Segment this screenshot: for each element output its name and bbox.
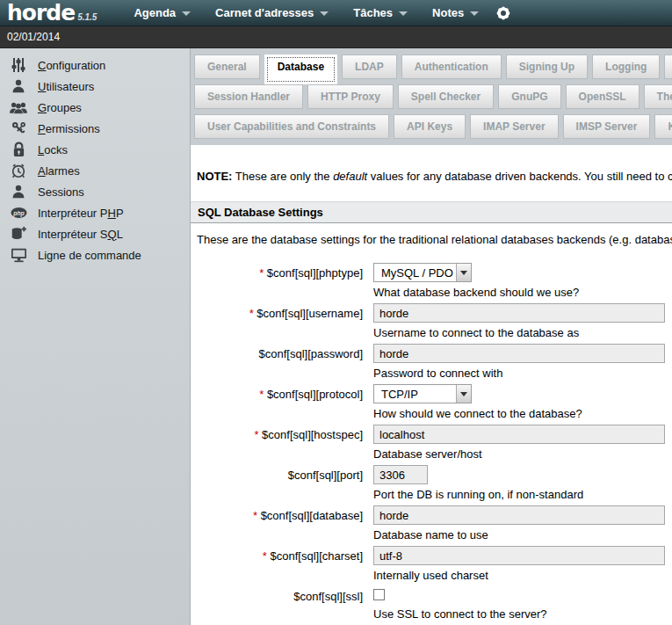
required-asterisk: * [259, 388, 264, 401]
sidebar-item-label: Configuration [38, 59, 105, 72]
field-help: Database name to use [373, 528, 665, 541]
top-menu: AgendaCarnet d'adressesTâchesNotes [134, 6, 479, 19]
tab-openssl[interactable]: OpenSSL [566, 84, 639, 109]
field-help: Database server/host [373, 447, 665, 461]
required-asterisk: * [249, 307, 254, 320]
hostspec-input[interactable] [373, 425, 665, 444]
keys-icon [9, 121, 28, 136]
top-bar: horde 5.1.5 AgendaCarnet d'adressesTâche… [0, 0, 672, 26]
tab-authentication[interactable]: Authentication [401, 55, 502, 79]
top-menu-item-t-ches[interactable]: Tâches [353, 6, 408, 19]
top-menu-item-carnet-d-adresses[interactable]: Carnet d'adresses [215, 6, 329, 19]
tab-ldap[interactable]: LDAP [342, 55, 397, 79]
field-cell: Database server/host [373, 425, 665, 461]
ssl-checkbox[interactable] [373, 589, 385, 600]
database-input[interactable] [373, 505, 665, 525]
charset-input[interactable] [373, 546, 665, 565]
sidebar-item-label: Locks [38, 143, 68, 156]
tab-preferences[interactable]: Preferences [664, 55, 672, 79]
phptype-select[interactable]: MySQL / PDO [373, 263, 472, 282]
sidebar-item-alarmes[interactable]: Alarmes [0, 160, 190, 181]
user-icon [9, 79, 28, 93]
form-row-phptype: * $conf[sql][phptype]MySQL / PDOWhat dat… [191, 263, 672, 299]
svg-text:php: php [12, 210, 25, 217]
field-help: Internally used charset [373, 569, 665, 582]
field-cell: Internally used charset [373, 546, 665, 582]
sidebar-item-label: Permissions [38, 122, 100, 135]
field-cell: Password to connect with [373, 344, 665, 380]
sql-settings-form: * $conf[sql][phptype]MySQL / PDOWhat dat… [191, 263, 672, 625]
top-menu-item-agenda[interactable]: Agenda [134, 6, 191, 19]
sidebar-item-permissions[interactable]: Permissions [0, 118, 190, 139]
field-cell: Port the DB is running on, if non-standa… [373, 465, 583, 501]
chevron-down-icon [470, 11, 479, 16]
sidebar-item-interpr-teur-sql[interactable]: Interpréteur SQL [0, 223, 190, 244]
tab-signing-up[interactable]: Signing Up [506, 55, 588, 79]
gear-icon [495, 4, 512, 22]
field-label: $conf[sql][port] [191, 465, 363, 501]
note-label: NOTE: [197, 170, 232, 183]
lock-icon [9, 142, 28, 157]
logo-text: horde [7, 1, 75, 25]
sidebar-item-groupes[interactable]: Groupes [0, 97, 190, 118]
field-label: $conf[sql][password] [191, 344, 363, 380]
sidebar-item-label: Alarmes [38, 164, 80, 178]
php-icon: php [9, 207, 28, 219]
monitor-icon [9, 248, 28, 263]
port-input[interactable] [373, 465, 428, 484]
protocol-select[interactable]: TCP/IP [373, 384, 472, 403]
tab-imsp-server[interactable]: IMSP Server [563, 114, 651, 139]
tab-user-capabilities-and-constraints[interactable]: User Capabilities and Constraints [194, 114, 389, 139]
field-label: * $conf[sql][protocol] [191, 384, 363, 420]
required-asterisk: * [259, 266, 264, 280]
section-description: These are the database settings for the … [197, 233, 672, 246]
form-row-database: * $conf[sql][database]Database name to u… [191, 505, 672, 541]
dropdown-arrow-button[interactable] [456, 264, 471, 281]
field-help: Use SSL to connect to the server? [373, 607, 547, 621]
tab-spell-checker[interactable]: Spell Checker [398, 84, 494, 109]
section-title: SQL Database Settings [198, 206, 323, 219]
date-bar[interactable]: 02/01/2014 [0, 26, 672, 48]
tab-gnupg[interactable]: GnuPG [498, 84, 560, 109]
tab-row: Session HandlerHTTP ProxySpell CheckerGn… [194, 84, 672, 109]
form-row-port: $conf[sql][port]Port the DB is running o… [191, 465, 672, 501]
top-menu-item-notes[interactable]: Notes [432, 6, 479, 19]
alarm-icon [9, 163, 28, 178]
menu-label: Carnet d'adresses [215, 6, 314, 19]
users-icon [9, 101, 28, 114]
horde-logo[interactable]: horde 5.1.5 [7, 1, 97, 25]
chevron-down-icon [460, 392, 467, 396]
sidebar-item-utilisateurs[interactable]: Utilisateurs [0, 76, 190, 97]
field-help: How should we connect to the database? [373, 407, 582, 420]
section-header: SQL Database Settings [191, 201, 672, 223]
tab-imap-server[interactable]: IMAP Server [470, 114, 558, 139]
sidebar-item-configuration[interactable]: Configuration [0, 55, 190, 76]
field-label: * $conf[sql][database] [191, 505, 363, 541]
username-input[interactable] [373, 303, 665, 323]
admin-sidebar: ConfigurationUtilisateursGroupesPermissi… [0, 48, 191, 625]
menu-label: Agenda [134, 6, 176, 19]
tab-logging[interactable]: Logging [592, 55, 660, 79]
tab-session-handler[interactable]: Session Handler [194, 84, 303, 109]
settings-gear-button[interactable] [495, 4, 512, 22]
tab-api-keys[interactable]: API Keys [394, 114, 466, 139]
selected-value: MySQL / PDO [374, 266, 456, 280]
dropdown-arrow-button[interactable] [456, 385, 471, 403]
tab-row: GeneralDatabaseLDAPAuthenticationSigning… [194, 55, 672, 79]
menu-label: Notes [432, 6, 464, 19]
tab-kolab-server[interactable]: Kolab Server [654, 114, 672, 139]
tab-themes[interactable]: Themes [644, 84, 672, 109]
field-label: * $conf[sql][username] [191, 303, 363, 339]
password-input[interactable] [373, 344, 665, 363]
field-cell: MySQL / PDOWhat database backend should … [373, 263, 579, 299]
field-cell: Database name to use [373, 505, 665, 541]
tab-database[interactable]: Database [264, 55, 337, 84]
sliders-icon [9, 57, 28, 73]
config-tabs: GeneralDatabaseLDAPAuthenticationSigning… [191, 48, 672, 145]
sidebar-item-locks[interactable]: Locks [0, 139, 190, 160]
sidebar-item-interpr-teur-php[interactable]: phpInterpréteur PHP [0, 202, 190, 223]
sidebar-item-ligne-de-commande[interactable]: Ligne de commande [0, 244, 190, 265]
tab-general[interactable]: General [194, 55, 260, 79]
tab-http-proxy[interactable]: HTTP Proxy [307, 84, 394, 109]
sidebar-item-sessions[interactable]: Sessions [0, 181, 190, 202]
